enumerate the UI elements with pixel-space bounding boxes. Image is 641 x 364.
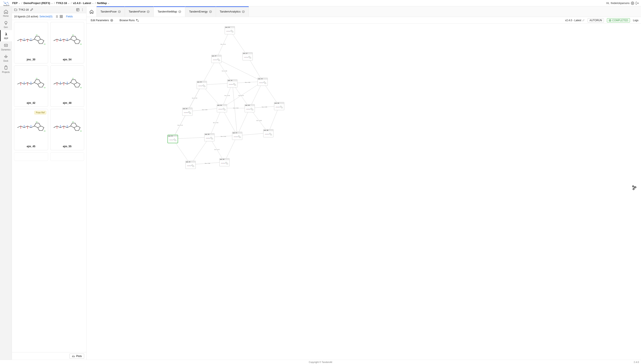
edit-parameters-button[interactable]: Edit Parameters bbox=[89, 18, 115, 22]
logout-icon[interactable] bbox=[635, 2, 639, 5]
svg-point-79 bbox=[136, 19, 137, 20]
svg-text:Cl: Cl bbox=[233, 32, 234, 32]
logs-link[interactable]: Logs bbox=[633, 19, 638, 22]
netmap-node[interactable]: ejm_45ClCl bbox=[168, 135, 178, 143]
ligand-count: 16 ligands (16 active) bbox=[14, 15, 38, 18]
svg-point-75 bbox=[209, 10, 212, 13]
svg-point-76 bbox=[242, 10, 245, 13]
user-greeting: Hi, bbox=[606, 2, 610, 5]
detail-icon[interactable] bbox=[76, 8, 80, 12]
netmap-node[interactable]: ejm_50ClCl bbox=[219, 158, 230, 166]
netmap-node[interactable]: ejm_31ClCl bbox=[186, 161, 196, 169]
breadcrumb-bar: TandemAI FEP⌄/DemoProject (REF3)⌄/TYK2-1… bbox=[0, 0, 641, 6]
ligand-card[interactable]: Pose RefClClejm_45 bbox=[14, 109, 48, 150]
svg-text:Cl: Cl bbox=[80, 43, 82, 45]
gear-icon[interactable] bbox=[631, 2, 634, 5]
tab-tandemforce[interactable]: TandemForce bbox=[125, 6, 154, 17]
svg-text:Cl: Cl bbox=[72, 121, 74, 123]
crumb-4[interactable]: NetMap⌄ bbox=[97, 2, 110, 5]
rail-dynamics[interactable]: Dynamics bbox=[0, 41, 12, 52]
crumb-0[interactable]: FEP⌄ bbox=[12, 2, 20, 5]
rail-fep[interactable]: λFEP bbox=[0, 30, 12, 41]
autorun-button[interactable]: AUTORUN bbox=[587, 18, 604, 22]
netmap-node[interactable]: jmc_30ClCl bbox=[274, 102, 284, 110]
netmap-node[interactable]: ejm_46ClCl bbox=[197, 81, 207, 89]
ligand-card[interactable]: ClClejm_54 bbox=[50, 22, 84, 63]
tab-tandemanalytics[interactable]: TandemAnalytics bbox=[216, 6, 249, 17]
crumb-2[interactable]: TYK2-16⌄ bbox=[56, 2, 70, 5]
svg-text:Cl: Cl bbox=[205, 87, 206, 87]
svg-text:Cl: Cl bbox=[174, 138, 175, 139]
svg-point-72 bbox=[118, 10, 121, 13]
ligand-name: ejm_48 bbox=[63, 100, 72, 106]
molecule-icon: ClCl bbox=[51, 109, 84, 144]
crumb-3[interactable]: v2.4.0 - Latest⌄ bbox=[73, 2, 94, 5]
netmap-node[interactable]: ejm_43ClCl bbox=[258, 78, 268, 86]
netmap-node[interactable]: ejm_47ClCl bbox=[211, 55, 222, 63]
home-tab[interactable] bbox=[87, 6, 97, 17]
svg-point-74 bbox=[179, 10, 181, 13]
netmap-node[interactable]: ejm_54ClCl bbox=[182, 108, 193, 116]
tab-tandemnetmap[interactable]: TandemNetMap bbox=[154, 6, 185, 17]
svg-text:Cl: Cl bbox=[80, 86, 82, 88]
crumb-1[interactable]: DemoProject (REF3)⌄ bbox=[24, 2, 53, 5]
plots-button[interactable]: Plots bbox=[70, 354, 84, 359]
pencil-icon[interactable] bbox=[30, 8, 33, 12]
ligand-name: ejm_55 bbox=[63, 144, 72, 150]
molecule-icon: ClCl bbox=[51, 22, 84, 57]
svg-text:Cl: Cl bbox=[264, 81, 265, 82]
netmap-node[interactable]: jmc_28ClCl bbox=[263, 129, 273, 137]
svg-text:Cl: Cl bbox=[236, 85, 236, 86]
netmap-canvas[interactable]: jmc_23ClCljmc_27ClClejm_47ClClejm_46ClCl… bbox=[87, 24, 641, 360]
netmap-subbar: Edit Parameters Browse Runs v2.4.0 - Lat… bbox=[87, 17, 641, 24]
svg-text:Cl: Cl bbox=[266, 84, 267, 84]
svg-line-5 bbox=[5, 2, 8, 3]
svg-text:Cl: Cl bbox=[44, 86, 45, 88]
ligand-card[interactable]: ClClejm_48 bbox=[50, 66, 84, 107]
svg-text:Cl: Cl bbox=[283, 108, 283, 108]
svg-point-21 bbox=[82, 10, 83, 11]
selected-link[interactable]: Selected(0) bbox=[40, 15, 52, 18]
netmap-node[interactable]: ejm_42ClCl bbox=[227, 80, 237, 88]
netmap-node[interactable]: jmc_23ClCl bbox=[225, 26, 235, 34]
version-label[interactable]: v2.4.0 - Latest bbox=[565, 19, 585, 22]
svg-text:Cl: Cl bbox=[226, 162, 226, 162]
rail-projects[interactable]: Projects bbox=[0, 64, 12, 75]
svg-line-6 bbox=[5, 3, 7, 4]
svg-text:Cl: Cl bbox=[251, 58, 251, 59]
svg-text:Cl: Cl bbox=[223, 108, 224, 108]
svg-text:Cl: Cl bbox=[280, 106, 281, 106]
rail-home[interactable]: Home bbox=[0, 8, 12, 19]
svg-line-97 bbox=[209, 108, 222, 137]
ligand-name: ejm_42 bbox=[27, 100, 36, 106]
more-icon[interactable] bbox=[81, 8, 84, 12]
netmap-node[interactable]: ejm_49ClCl bbox=[217, 104, 227, 112]
svg-text:Cl: Cl bbox=[228, 164, 228, 164]
browse-runs-button[interactable]: Browse Runs bbox=[118, 18, 141, 22]
ligand-card[interactable]: ClCljmc_30 bbox=[14, 22, 48, 63]
netmap-node[interactable]: ejm_48ClCl bbox=[245, 104, 255, 112]
svg-text:Cl: Cl bbox=[238, 135, 239, 136]
netmap-node[interactable]: jmc_27ClCl bbox=[243, 52, 253, 60]
tab-tandempose[interactable]: TandemPose bbox=[97, 6, 125, 17]
netmap-node[interactable]: ejm_55ClCl bbox=[204, 133, 215, 141]
svg-point-20 bbox=[82, 10, 83, 10]
molecule-icon: ClCl bbox=[14, 22, 48, 57]
fields-link[interactable]: Fields bbox=[66, 15, 73, 18]
user-name: frederickparsons bbox=[611, 2, 629, 5]
svg-text:Cl: Cl bbox=[44, 130, 45, 132]
tab-tandemenergy[interactable]: TandemEnergy bbox=[185, 6, 216, 17]
grid-icon[interactable] bbox=[60, 15, 63, 18]
ligand-card[interactable]: ClClejm_42 bbox=[14, 66, 48, 107]
netmap-node[interactable]: ejm_44ClCl bbox=[232, 132, 242, 140]
footer: Copyright © TandemAI 2.4.0 bbox=[0, 360, 641, 364]
svg-text:Cl: Cl bbox=[72, 34, 74, 36]
svg-line-121 bbox=[633, 188, 635, 188]
list-icon[interactable] bbox=[55, 15, 58, 18]
ligand-card[interactable]: ClClejm_55 bbox=[50, 109, 84, 150]
ligand-panel: TYK2-16 16 ligands (16 active) Selected(… bbox=[12, 6, 87, 360]
svg-point-80 bbox=[138, 20, 139, 22]
rail-gen[interactable]: Gen bbox=[0, 19, 12, 30]
rail-dock[interactable]: Dock bbox=[0, 52, 12, 64]
cluster-icon[interactable] bbox=[631, 185, 637, 190]
